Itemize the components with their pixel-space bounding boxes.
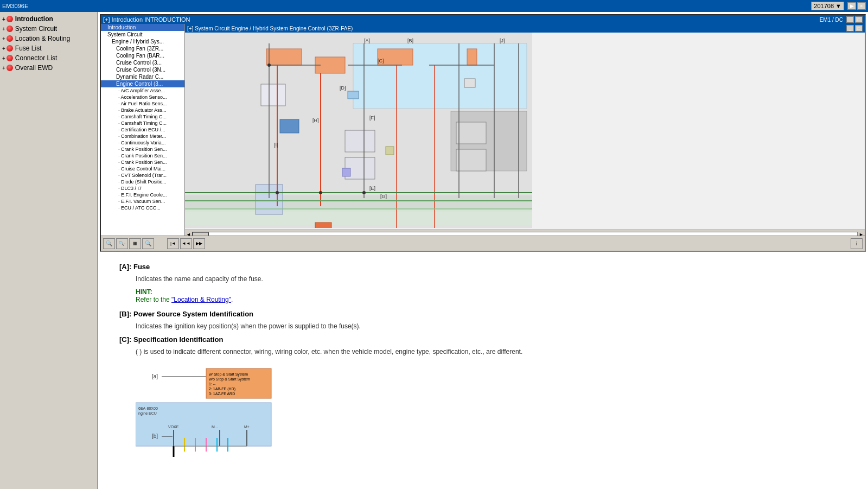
sidebar-item-fuse-list[interactable]: + Fuse List [0, 43, 97, 53]
dtree-item-camshaft-timing-2[interactable]: · Camshaft Timing C... [101, 120, 184, 126]
svg-text:M...: M... [212, 425, 218, 429]
section-c-text: ( ) is used to indicate different connec… [136, 347, 846, 357]
spec-svg: [a] w/ Stop & Start System w/o Stop & St… [136, 362, 331, 460]
dtree-item-dynamic-radar[interactable]: Dynamic Radar C... [101, 73, 184, 80]
dtree-item-engine-hybrid[interactable]: Engine / Hybrid Sys... [101, 38, 184, 45]
svg-text:VOXE: VOXE [168, 425, 179, 429]
dtree-item-efi-vacuum[interactable]: · E.F.I. Vacuum Sen... [101, 198, 184, 205]
svg-text:[G]: [G] [380, 194, 387, 199]
dtree-item-cooling-fan-3zr[interactable]: Cooling Fan (3ZR... [101, 45, 184, 52]
svg-text:[J]: [J] [500, 38, 505, 43]
content-area: [+] Introduction INTRODUCTION EM1 / DC _… [98, 12, 868, 489]
svg-text:[F]: [F] [369, 115, 375, 120]
dtree-item-crank-position-3[interactable]: · Crank Position Sen... [101, 159, 184, 166]
svg-text:[I]: [I] [274, 142, 278, 148]
svg-rect-4 [185, 209, 532, 225]
zoom-out-btn[interactable]: 🔍- [116, 238, 128, 249]
diagram-window: [+] Introduction INTRODUCTION EM1 / DC _… [100, 14, 866, 252]
svg-text:ngine ECU: ngine ECU [138, 411, 157, 416]
h-scroll-track[interactable] [192, 232, 858, 236]
sidebar-item-introduction[interactable]: + Introduction [0, 14, 97, 24]
dtree-item-dlc3[interactable]: · DLC3 / I7 [101, 185, 184, 192]
spec-diagram: [a] w/ Stop & Start System w/o Stop & St… [136, 362, 846, 461]
dtree-item-continuously-variable[interactable]: · Continuously Varia... [101, 139, 184, 146]
svg-rect-13 [345, 130, 375, 152]
dtree-item-introduction[interactable]: Introduction [101, 24, 184, 31]
svg-point-56 [319, 191, 322, 194]
dtree-item-combination-meter[interactable]: · Combination Meter... [101, 133, 184, 139]
dtree-item-brake-actuator[interactable]: · Brake Actuator Ass... [101, 107, 184, 113]
svg-text:w/ Stop & Start System: w/ Stop & Start System [208, 372, 248, 377]
svg-text:[b]: [b] [152, 433, 158, 439]
svg-rect-17 [280, 119, 299, 133]
dtree-item-engine-control[interactable]: Engine Control (3... [101, 80, 184, 87]
svg-rect-10 [261, 84, 285, 106]
dtree-item-acceleration-sensor[interactable]: · Acceleration Senso... [101, 94, 184, 100]
dtree-item-cvt-solenoid[interactable]: · CVT Solenoid (Trar... [101, 172, 184, 179]
dtree-item-crank-position-2[interactable]: · Crank Position Sen... [101, 153, 184, 159]
hint-label: HINT: [136, 288, 846, 296]
svg-text:[a]: [a] [152, 373, 158, 379]
dtree-item-cooling-fan-bar[interactable]: Cooling Fan (BAR... [101, 52, 184, 59]
svg-rect-5 [266, 49, 302, 65]
dtree-item-diode-shift[interactable]: · Diode (Shift Positic... [101, 179, 184, 185]
title-bar: EM3096E 201708 ▼ ▶ × [0, 0, 868, 12]
maximize-button[interactable]: □ [855, 16, 863, 23]
info-btn[interactable]: i [851, 238, 863, 249]
h-scroll-thumb[interactable] [193, 232, 209, 236]
svg-text:3: 1AZ-FE ARD: 3: 1AZ-FE ARD [209, 392, 235, 396]
zoom-in-btn[interactable]: 🔍 [103, 238, 115, 249]
search-btn[interactable]: 🔍 [142, 238, 154, 249]
diagram-title-bar: [+] Introduction INTRODUCTION EM1 / DC _… [101, 15, 865, 24]
app-title: EM3096E [2, 3, 28, 9]
h-scrollbar[interactable]: ◄ ► [185, 230, 865, 236]
svg-point-55 [276, 191, 279, 194]
version-dropdown[interactable]: 201708 ▼ [811, 2, 844, 10]
minimize-button[interactable]: _ [846, 16, 854, 23]
svg-rect-11 [348, 91, 359, 99]
svg-rect-9 [315, 223, 331, 228]
sidebar-item-connector-list[interactable]: + Connector List [0, 53, 97, 63]
dtree-item-certification-ecu[interactable]: · Certification ECU /... [101, 126, 184, 133]
bullet-icon [7, 65, 13, 71]
sidebar-item-overall-ewd[interactable]: + Overall EWD [0, 63, 97, 73]
svg-text:[C]: [C] [378, 58, 384, 63]
dtree-item-cruise-control-main[interactable]: · Cruise Control Mai... [101, 166, 184, 172]
svg-text:[E]: [E] [369, 186, 375, 191]
hint-text: Refer to the "Location & Routing". [136, 296, 846, 303]
dtree-item-crank-position-1[interactable]: · Crank Position Sen... [101, 146, 184, 153]
svg-point-58 [267, 63, 271, 67]
close-button[interactable]: × [857, 2, 866, 10]
circuit-maximize[interactable]: □ [855, 25, 863, 31]
sidebar: + Introduction + System Circuit + Locati… [0, 12, 98, 489]
sidebar-item-location-routing[interactable]: + Location & Routing [0, 34, 97, 43]
nav-button[interactable]: ▶ [847, 2, 856, 10]
svg-text:2: 1AB-FE (HD): 2: 1AB-FE (HD) [209, 387, 235, 391]
hint-link[interactable]: "Location & Routing" [171, 296, 231, 303]
svg-text:1: --: 1: -- [209, 382, 216, 386]
dtree-item-efi-engine-cooler[interactable]: · E.F.I. Engine Coole... [101, 192, 184, 198]
bullet-icon [7, 16, 13, 22]
dtree-item-air-fuel-ratio[interactable]: · Air Fuel Ratio Sens... [101, 100, 184, 107]
dtree-item-camshaft-timing-1[interactable]: · Camshaft Timing C... [101, 113, 184, 120]
dtree-item-ac-amplifier[interactable]: · A/C Amplifier Asse... [101, 87, 184, 94]
dtree-item-ecu-atc[interactable]: · ECU / ATC CCC... [101, 205, 184, 211]
next-btn[interactable]: ▶▶ [193, 238, 205, 249]
svg-text:M+: M+ [244, 425, 250, 429]
diagram-tree: Introduction System Circuit Engine / Hyb… [101, 24, 185, 236]
diagram-title: [+] Introduction INTRODUCTION [103, 16, 190, 23]
dtree-item-cruise-control-3n[interactable]: Cruise Control (3N... [101, 66, 184, 73]
prev-first-btn[interactable]: |◄ [167, 238, 179, 249]
bullet-icon [7, 45, 13, 52]
bullet-icon [7, 26, 13, 32]
circuit-minimize[interactable]: _ [846, 25, 854, 31]
svg-rect-12 [464, 79, 475, 87]
svg-text:6EA-80X00: 6EA-80X00 [138, 407, 158, 410]
dtree-item-system-circuit[interactable]: System Circuit [101, 31, 184, 38]
circuit-svg: [A] [B] [D] [F] [I] [H] [G] [C] [J] [E] [185, 33, 532, 228]
svg-rect-15 [456, 122, 486, 144]
dtree-item-cruise-control-3[interactable]: Cruise Control (3... [101, 59, 184, 66]
sidebar-item-system-circuit[interactable]: + System Circuit [0, 24, 97, 34]
prev-btn[interactable]: ◄◄ [180, 238, 192, 249]
fit-btn[interactable]: ▦ [129, 238, 141, 249]
